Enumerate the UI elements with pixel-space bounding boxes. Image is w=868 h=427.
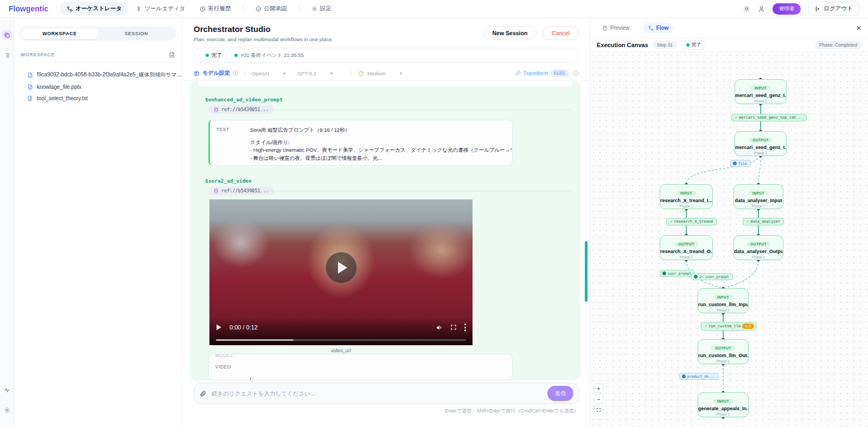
ref-chip-label: ref://b5439051...: [221, 107, 269, 112]
send-button[interactable]: 送信: [547, 386, 573, 401]
session-list-rail-button[interactable]: [2, 50, 12, 60]
close-icon[interactable]: ✕: [856, 24, 861, 32]
ref-pill-label: user_prompt: [668, 271, 691, 276]
new-session-button[interactable]: New Session: [483, 26, 537, 40]
video-progress-bar[interactable]: [216, 339, 466, 341]
fullscreen-icon[interactable]: [450, 324, 457, 331]
node-phase: Phase 1: [660, 204, 712, 208]
zoom-out-button[interactable]: −: [594, 394, 603, 404]
check-icon: ✓: [746, 219, 749, 224]
nav-item-tool-editor[interactable]: ツールエディタ: [130, 2, 192, 15]
message-composer: 送信: [194, 383, 579, 404]
canvas-zoom-controls: + −: [594, 384, 603, 415]
nav-item-publish-approval[interactable]: 公開承認: [249, 2, 293, 15]
flow-node[interactable]: INPUT data_analyser_Input Phase 1: [733, 184, 783, 209]
ref-pill-label: 2← user_prompt: [699, 275, 729, 279]
zoom-in-button[interactable]: +: [594, 384, 603, 393]
brand-logo[interactable]: Flowgentic: [9, 4, 48, 13]
flow-canvas[interactable]: INPUT mercari_seed_genz_t... Phase 1 ✓ m…: [590, 52, 868, 427]
workspace-files-rail-button[interactable]: [2, 30, 12, 40]
model-settings-bar: モデル設定 i OpenAI ▾ GPT-5.2 ▾ Medium ▾: [182, 66, 590, 81]
data-ref-pill[interactable]: user_prompt: [660, 270, 695, 277]
flow-node[interactable]: INPUT mercari_seed_genz_t... Phase 1: [735, 79, 787, 104]
flow-branch-icon: [648, 25, 654, 31]
theme-toggle-button[interactable]: [743, 5, 750, 12]
add-file-button[interactable]: [169, 51, 175, 58]
node-title: mercari_seed_genz_t...: [735, 93, 786, 98]
composer-input[interactable]: [212, 390, 542, 397]
link-icon: [515, 70, 521, 76]
flow-node[interactable]: OUTPUT run_custom_llm_Out... Phase 1: [698, 339, 749, 364]
check-circle-icon: [256, 6, 261, 12]
info-icon[interactable]: i: [573, 70, 578, 76]
flow-node[interactable]: INPUT research_X_treand_I... Phase 1: [660, 184, 713, 209]
flow-node[interactable]: INPUT run_custom_llm_Input Phase 1: [698, 288, 749, 313]
row-label: TEXT: [216, 126, 250, 159]
settings-rail-button[interactable]: [2, 405, 12, 415]
event-label: #31 最終イベント 21:35:55: [241, 52, 304, 59]
orchestrator-studio-panel: Orchestrator Studio Plan, execute, and r…: [182, 18, 590, 427]
video-player[interactable]: 0:00 / 0:12: [209, 199, 473, 345]
play-button-icon[interactable]: [216, 324, 222, 331]
history-icon: [200, 6, 206, 12]
tool-pill[interactable]: ✓ mercari_seed_genz_top_cat...: [731, 114, 807, 121]
fit-view-button[interactable]: [594, 405, 603, 415]
teal-dot-icon: [694, 275, 698, 279]
flow-node[interactable]: OUTPUT research_X_treand_O... Phase 1: [660, 235, 713, 260]
nav-item-orchestrator[interactable]: オーケストレータ: [60, 2, 128, 15]
data-ref-pill[interactable]: product_de...: [679, 373, 719, 380]
model-value: GPT-5.2: [297, 70, 316, 76]
flow-node[interactable]: OUTPUT data_analyser_Output Phase 1: [733, 235, 783, 260]
tab-preview[interactable]: Preview: [597, 23, 635, 33]
event-dot: [234, 54, 238, 57]
data-ref-pill[interactable]: 2← user_prompt: [691, 273, 733, 280]
logout-button[interactable]: ログアウト: [808, 2, 859, 16]
node-type-badge: OUTPUT: [749, 138, 773, 143]
nav-item-history[interactable]: 実行履歴: [193, 2, 238, 15]
flow-node[interactable]: OUTPUT mercari_seed_genz_t... Phase 1: [735, 131, 787, 156]
cancel-button[interactable]: Cancel: [542, 26, 579, 40]
flow-node[interactable]: INPUT generate_appeals_In... Phase 1: [698, 392, 749, 417]
data-ref-pill[interactable]: file: [730, 160, 751, 167]
database-icon: [214, 107, 219, 112]
flow-panel-tabs: Preview Flow ✕: [590, 18, 868, 38]
provider-select[interactable]: OpenAI ▾: [252, 70, 285, 76]
node-phase: Phase 1: [735, 99, 786, 103]
text-output-value: Sora用 縦型広告プロンプト（9:16 / 12秒） スタイル/画作り: - …: [250, 126, 513, 159]
more-options-icon[interactable]: [464, 324, 466, 331]
effort-select[interactable]: Medium ▾: [358, 70, 402, 76]
file-list-item[interactable]: knowlage_file.pptx: [14, 81, 182, 93]
play-icon: [338, 262, 347, 274]
tool-pill[interactable]: ✓ research_X_treand: [666, 218, 717, 225]
logout-label: ログアウト: [824, 5, 853, 12]
attach-icon[interactable]: [200, 390, 207, 397]
model-select[interactable]: GPT-5.2 ▾: [297, 70, 333, 76]
activity-rail-button[interactable]: [2, 385, 12, 395]
scrollbar-thumb[interactable]: [585, 241, 588, 302]
video-time: 0:00 / 0:12: [229, 324, 258, 331]
app-root: Flowgentic オーケストレータ ツールエディタ 実行履歴 公開承認: [0, 0, 868, 427]
nav-item-settings[interactable]: 設定: [305, 2, 338, 15]
volume-icon[interactable]: [436, 324, 443, 331]
flow-status-label: 完了: [692, 42, 701, 48]
cube-icon: [194, 70, 200, 76]
session-output-scroll-area[interactable]: $enhanced_ad_video_prompt ref://b5439051…: [189, 81, 580, 380]
tab-workspace[interactable]: WORKSPACE: [21, 28, 98, 39]
tool-pill[interactable]: ✓ run_custom_llm ↻ 1: [701, 322, 756, 331]
blue-dot-icon: [682, 374, 686, 378]
transform-link[interactable]: Transform 61/61: [515, 69, 569, 77]
tab-label: Flow: [656, 25, 669, 31]
file-list-item[interactable]: tool_select_theory.txt: [14, 93, 182, 104]
database-icon: [214, 189, 219, 193]
info-icon[interactable]: i: [233, 70, 238, 76]
text-line: スタイル/画作り:: [250, 139, 513, 147]
status-badge: 完了: [200, 50, 228, 61]
file-list-item[interactable]: f9ca9092-bdcb-4058-b33b-2f3a9af4a2e5_媒体別…: [14, 68, 182, 81]
tab-flow[interactable]: Flow: [643, 23, 674, 33]
workspace-file-list: f9ca9092-bdcb-4058-b33b-2f3a9af4a2e5_媒体別…: [14, 68, 182, 104]
tool-pill[interactable]: ✓ data_analyser: [743, 218, 784, 225]
tab-session[interactable]: SESSION: [98, 28, 175, 39]
model-settings-label-group: モデル設定 i: [194, 69, 238, 77]
play-overlay-button[interactable]: [326, 252, 357, 283]
user-menu-button[interactable]: [758, 5, 765, 12]
